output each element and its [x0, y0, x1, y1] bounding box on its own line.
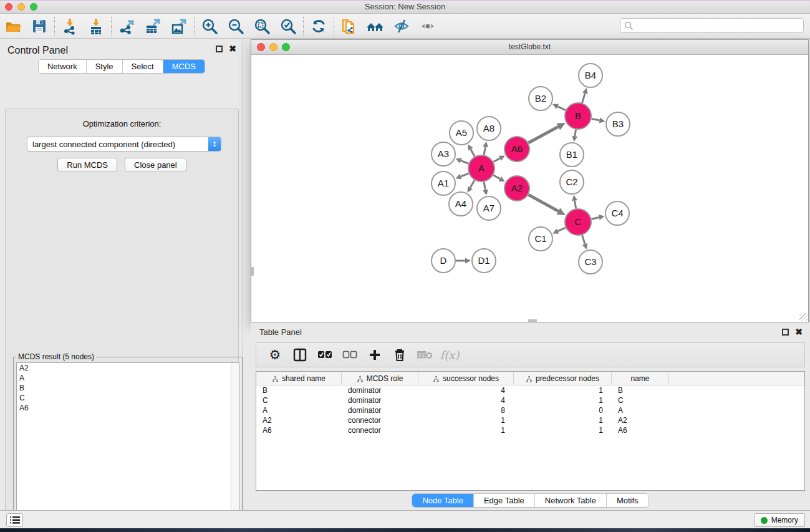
column-header-MCDS-role[interactable]: MCDS role: [342, 372, 418, 385]
network-window-titlebar[interactable]: testGlobe.txt: [251, 40, 808, 55]
tab-mcds[interactable]: MCDS: [163, 60, 205, 73]
close-panel-icon[interactable]: ✖: [229, 46, 236, 52]
edge-B-B3[interactable]: [592, 118, 600, 120]
mcds-result-item[interactable]: A2: [17, 363, 239, 373]
refresh-button[interactable]: [306, 16, 332, 37]
select-all-button[interactable]: [314, 345, 336, 365]
minimize-network-window-button[interactable]: [269, 43, 277, 51]
edge-B-B1[interactable]: [575, 130, 576, 137]
delete-row-button[interactable]: [388, 345, 411, 365]
tab-edge-table[interactable]: Edge Table: [474, 494, 535, 507]
table-cell[interactable]: connector: [342, 415, 418, 425]
delete-table-button[interactable]: [413, 345, 436, 365]
edge-A-A3[interactable]: [461, 161, 468, 164]
table-cell[interactable]: 0: [514, 405, 612, 415]
mcds-result-scrollbar[interactable]: [231, 363, 239, 532]
column-header-shared-name[interactable]: shared name: [256, 372, 342, 385]
edge-A6-B[interactable]: [528, 127, 558, 143]
table-row[interactable]: Bdominator41B: [256, 385, 804, 395]
edge-A-A2[interactable]: [493, 175, 500, 179]
run-mcds-button[interactable]: Run MCDS: [57, 158, 117, 172]
open-session-button[interactable]: [0, 16, 26, 37]
column-header-successor-nodes[interactable]: successor nodes: [418, 372, 514, 385]
table-cell[interactable]: 1: [418, 415, 514, 425]
edge-B-B2[interactable]: [557, 107, 566, 110]
deselect-all-button[interactable]: [339, 345, 361, 365]
table-cell[interactable]: C: [256, 395, 342, 405]
edge-C-C2[interactable]: [575, 201, 576, 209]
table-cell[interactable]: C: [612, 395, 669, 405]
zoom-fit-button[interactable]: [249, 16, 275, 37]
table-cell[interactable]: 1: [514, 385, 612, 395]
table-cell[interactable]: dominator: [342, 385, 418, 395]
tab-style[interactable]: Style: [87, 60, 123, 73]
close-network-window-button[interactable]: [257, 43, 265, 51]
zoom-selected-button[interactable]: [275, 16, 301, 37]
vertical-scrollbar-thumb[interactable]: [251, 267, 254, 276]
column-header-name[interactable]: name: [612, 372, 669, 385]
table-cell[interactable]: A6: [612, 425, 669, 435]
optimization-criterion-dropdown[interactable]: largest connected component (directed) ▲…: [27, 137, 221, 152]
zoom-out-button[interactable]: [223, 16, 249, 37]
tab-select[interactable]: Select: [123, 60, 163, 73]
column-header-predecessor-nodes[interactable]: predecessor nodes: [514, 372, 612, 385]
close-table-panel-icon[interactable]: ✖: [795, 329, 803, 336]
table-cell[interactable]: B: [256, 385, 342, 395]
float-panel-icon[interactable]: [216, 46, 223, 52]
table-cell[interactable]: A: [256, 405, 342, 415]
edge-B-B4[interactable]: [582, 94, 585, 103]
table-row[interactable]: Adominator80A: [256, 405, 804, 415]
hide-panels-button[interactable]: [388, 16, 415, 37]
memory-button[interactable]: Memory: [754, 513, 805, 527]
resize-grip[interactable]: [799, 313, 808, 321]
mcds-result-item[interactable]: A: [17, 373, 239, 383]
table-cell[interactable]: 4: [418, 395, 514, 405]
table-cell[interactable]: dominator: [342, 405, 418, 415]
maximize-network-window-button[interactable]: [282, 43, 290, 51]
tab-network[interactable]: Network: [39, 60, 87, 73]
save-session-button[interactable]: [26, 16, 52, 37]
edge-A-A1[interactable]: [461, 173, 469, 177]
table-cell[interactable]: A2: [612, 415, 669, 425]
table-cell[interactable]: 1: [514, 415, 612, 425]
tab-network-table[interactable]: Network Table: [535, 494, 607, 507]
edge-A-A8[interactable]: [484, 147, 485, 155]
split-columns-button[interactable]: [289, 345, 311, 365]
maximize-window-button[interactable]: [30, 3, 37, 11]
show-panels-button[interactable]: [415, 16, 441, 37]
task-history-button[interactable]: [6, 513, 23, 527]
network-canvas[interactable]: A5A8A3A1A4A7AA6A2B2B4BB3B1C2C4CC1C3DD1: [251, 55, 808, 322]
table-cell[interactable]: B: [612, 385, 669, 395]
mcds-result-item[interactable]: C: [17, 393, 239, 403]
minimize-window-button[interactable]: [17, 3, 25, 11]
close-window-button[interactable]: [5, 3, 12, 11]
edge-C-C3[interactable]: [582, 235, 585, 244]
toolbar-search[interactable]: [620, 18, 804, 33]
import-network-button[interactable]: [57, 16, 83, 37]
export-image-button[interactable]: [166, 16, 192, 37]
search-input[interactable]: [634, 21, 803, 30]
table-cell[interactable]: dominator: [342, 395, 418, 405]
add-row-button[interactable]: [364, 345, 386, 365]
table-cell[interactable]: 1: [514, 395, 612, 405]
table-cell[interactable]: A: [612, 405, 669, 415]
duplicate-network-button[interactable]: [336, 16, 362, 37]
export-network-button[interactable]: [113, 16, 140, 37]
import-table-button[interactable]: [83, 16, 109, 37]
edge-C-C1[interactable]: [557, 228, 566, 231]
tab-motifs[interactable]: Motifs: [607, 494, 648, 507]
mcds-result-item[interactable]: B: [17, 383, 239, 393]
edge-A-A5[interactable]: [471, 149, 475, 157]
table-cell[interactable]: 1: [514, 425, 612, 435]
table-cell[interactable]: 1: [418, 425, 514, 435]
horizontal-scrollbar-thumb[interactable]: [528, 319, 537, 322]
table-cell[interactable]: connector: [342, 425, 418, 435]
table-cell[interactable]: 8: [418, 405, 514, 415]
table-row[interactable]: A2connector11A2: [256, 415, 804, 425]
table-settings-button[interactable]: ⚙: [264, 345, 286, 365]
float-table-panel-icon[interactable]: [782, 329, 789, 336]
table-cell[interactable]: A2: [256, 415, 342, 425]
table-cell[interactable]: 4: [418, 385, 514, 395]
edge-A-A4[interactable]: [470, 180, 475, 188]
mcds-result-item[interactable]: A6: [17, 403, 239, 413]
